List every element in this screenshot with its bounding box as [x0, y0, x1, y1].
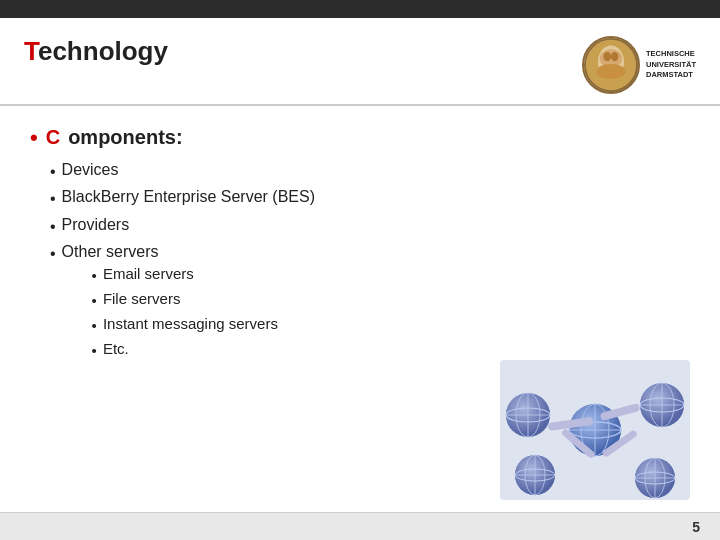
main-list: • Devices • BlackBerry Enterprise Server… — [30, 161, 690, 365]
sub-item-text: Email servers — [103, 265, 194, 282]
svg-point-3 — [596, 64, 626, 79]
item-text: Devices — [62, 161, 119, 179]
sub-bullet-dot: • — [92, 315, 97, 336]
list-item: • Devices — [50, 161, 690, 183]
list-item: • Email servers — [92, 265, 278, 286]
slide-title: Technology — [24, 36, 168, 67]
list-item: • BlackBerry Enterprise Server (BES) — [50, 188, 690, 210]
network-diagram — [500, 360, 690, 500]
logo-emblem — [582, 36, 640, 94]
sub-item-text: Etc. — [103, 340, 129, 357]
slide-number: 5 — [692, 519, 700, 535]
top-bar — [0, 0, 720, 18]
list-item: • Etc. — [92, 340, 278, 361]
sub-item-text: Instant messaging servers — [103, 315, 278, 332]
item-text: Providers — [62, 216, 130, 234]
bullet-dot: • — [50, 188, 56, 210]
item-text: BlackBerry Enterprise Server (BES) — [62, 188, 315, 206]
logo-svg — [584, 36, 638, 94]
footer-bar: 5 — [0, 512, 720, 540]
components-c-letter: C — [46, 126, 60, 149]
sub-item-text: File servers — [103, 290, 181, 307]
list-item: • File servers — [92, 290, 278, 311]
university-name: TECHNISCHE UNIVERSITÄT DARMSTADT — [646, 49, 696, 81]
sub-list: • Email servers • File servers • Instant… — [62, 265, 278, 361]
bullet-dot: • — [50, 216, 56, 238]
title-t-letter: T — [24, 36, 38, 66]
components-heading: • Components: — [30, 126, 690, 149]
network-svg — [500, 360, 690, 500]
list-item: • Providers — [50, 216, 690, 238]
bullet-icon: • — [30, 127, 38, 149]
sub-bullet-dot: • — [92, 340, 97, 361]
sub-bullet-dot: • — [92, 265, 97, 286]
list-item-other-servers: • Other servers • Email servers • File s… — [50, 243, 690, 365]
svg-point-5 — [611, 52, 618, 61]
list-item: • Instant messaging servers — [92, 315, 278, 336]
bullet-dot: • — [50, 161, 56, 183]
university-logo: TECHNISCHE UNIVERSITÄT DARMSTADT — [582, 36, 696, 94]
other-servers-label: Other servers — [62, 243, 159, 260]
slide-container: Technology TECHNISCHE UNIVERSITÄT DARMST… — [0, 18, 720, 540]
title-rest: echnology — [38, 36, 168, 66]
header-area: Technology TECHNISCHE UNIVERSITÄT DARMST… — [0, 18, 720, 106]
sub-bullet-dot: • — [92, 290, 97, 311]
svg-point-4 — [604, 52, 611, 61]
bullet-dot: • — [50, 243, 56, 265]
components-rest: omponents: — [68, 126, 182, 149]
